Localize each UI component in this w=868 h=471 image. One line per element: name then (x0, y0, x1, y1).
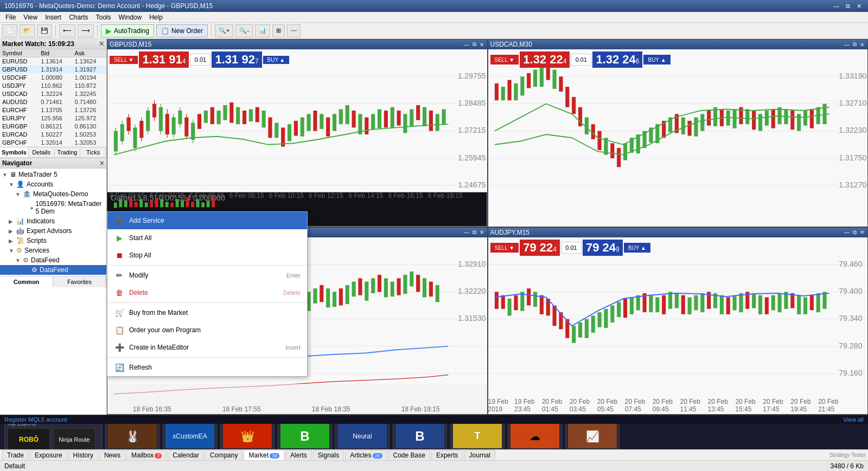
chart3-max[interactable]: ⧉ (471, 229, 477, 236)
tab-symbols[interactable]: Symbols (0, 147, 29, 157)
chart4-close[interactable]: ✕ (859, 229, 865, 236)
open-button[interactable]: 📂 (20, 24, 35, 37)
chart2-max[interactable]: ⧉ (852, 41, 858, 48)
menu-view[interactable]: View (20, 13, 41, 22)
indicator-button[interactable]: 〰 (287, 24, 301, 37)
tab-details[interactable]: Details (29, 147, 55, 157)
market-row[interactable]: USDCHF 1.00080 1.00194 (0, 74, 106, 82)
chart4-controls[interactable]: — ⧉ ✕ (843, 229, 865, 236)
nav-item-account[interactable]: ● 10516976: MetaTrader 5 Dem (0, 199, 106, 216)
nav-item-indicators[interactable]: ▶ 📊 Indicators (0, 216, 106, 226)
chart1-lot-input[interactable] (190, 54, 210, 66)
market-row[interactable]: EURCHF 1.13705 1.13726 (0, 106, 106, 114)
nav-item-datafeed-parent[interactable]: ▼ ⚙ DataFeed (0, 255, 106, 265)
market-row[interactable]: USDJPY 110.862 110.872 (0, 82, 106, 90)
bottom-tab-alerts[interactable]: Alerts (285, 450, 312, 460)
nav-item-datafeed[interactable]: ⚙ DataFeed (0, 265, 106, 275)
chart2-lot-input[interactable] (571, 54, 591, 66)
chart1-buy-btn[interactable]: BUY ▲ (263, 56, 289, 64)
ctx-add-service[interactable]: ➕ Add Service (107, 212, 307, 229)
autotrading-button[interactable]: ▶ AutoTrading (101, 24, 154, 37)
forward-button[interactable]: ⟶ (78, 24, 94, 37)
market-row[interactable]: EURJPY 125.956 125.972 (0, 114, 106, 122)
bottom-tab-journal[interactable]: Journal (464, 450, 495, 460)
new-button[interactable]: 📄 (2, 24, 17, 37)
register-link[interactable]: Register MQL5 account (4, 416, 67, 423)
chart2-buy-btn[interactable]: BUY ▲ (643, 55, 670, 64)
market-row[interactable]: GBPUSD 1.31914 1.31927 (0, 66, 106, 74)
tab-ticks[interactable]: Ticks (80, 147, 106, 157)
menu-insert[interactable]: Insert (42, 13, 65, 22)
nav-item-experts[interactable]: ▶ 🤖 Expert Advisors (0, 226, 106, 236)
chart1-body[interactable]: SELL ▼ 1.31 914 1.31 927 BUY ▲ (107, 49, 487, 227)
chart2-close[interactable]: ✕ (859, 41, 865, 48)
bottom-tab-exposure[interactable]: Exposure (30, 450, 67, 460)
bottom-tab-news[interactable]: News (99, 450, 125, 460)
nav-item-accounts[interactable]: ▼ 👤 Accounts (0, 179, 106, 189)
market-watch-close[interactable]: ✕ (99, 40, 104, 48)
nav-tab-favorites[interactable]: Favorites (53, 276, 106, 287)
chart4-lot-input[interactable] (561, 242, 582, 254)
chart1-close[interactable]: ✕ (478, 41, 485, 48)
chart4-sell-btn[interactable]: SELL ▼ (490, 243, 519, 253)
ctx-start-all[interactable]: ▶ Start All (107, 229, 307, 247)
chart4-buy-btn[interactable]: BUY ▲ (624, 243, 650, 253)
chart4-min[interactable]: — (843, 229, 851, 236)
chart2-sell-btn[interactable]: SELL ▼ (490, 55, 519, 64)
bottom-tab-calendar[interactable]: Calendar (168, 450, 204, 460)
bottom-tab-mailbox[interactable]: Mailbox7 (126, 450, 167, 460)
bottom-tab-market[interactable]: Market39 (244, 450, 284, 460)
ctx-create-editor[interactable]: ➕ Create in MetaEditor Insert (107, 339, 307, 356)
ctx-buy-market[interactable]: 🛒 Buy from the Market (107, 304, 307, 321)
chart-type-button[interactable]: 📊 (255, 24, 270, 37)
ctx-refresh[interactable]: 🔄 Refresh (107, 359, 307, 376)
nav-item-scripts[interactable]: ▶ 📜 Scripts (0, 236, 106, 246)
close-button[interactable]: ✕ (854, 3, 864, 10)
market-row[interactable]: AUDUSD 0.71461 0.71480 (0, 98, 106, 106)
chart2-body[interactable]: SELL ▼ 1.32 224 1.32 246 BUY ▲ (488, 49, 868, 227)
window-controls[interactable]: — ⧉ ✕ (831, 3, 864, 10)
bottom-tab-experts[interactable]: Experts (431, 450, 463, 460)
ctx-stop-all[interactable]: ⏹ Stop All (107, 247, 307, 264)
market-row[interactable]: EURUSD 1.13614 1.13624 (0, 57, 106, 66)
chart3-close[interactable]: ✕ (478, 229, 485, 236)
view-all-link[interactable]: View all (843, 416, 864, 423)
save-button[interactable]: 💾 (37, 24, 52, 37)
bottom-tab-company[interactable]: Company (205, 450, 242, 460)
ctx-modify[interactable]: ✏ Modify Enter (107, 267, 307, 284)
market-row[interactable]: USDCAD 1.32224 1.32245 (0, 90, 106, 98)
grid-button[interactable]: ⊞ (272, 24, 285, 37)
menu-help[interactable]: Help (146, 13, 166, 22)
new-order-button[interactable]: 📋 New Order (156, 24, 208, 37)
nav-item-root[interactable]: ▼ 🖥 MetaTrader 5 (0, 170, 106, 179)
chart3-controls[interactable]: — ⧉ ✕ (463, 229, 485, 236)
navigator-close[interactable]: ✕ (99, 160, 104, 167)
ctx-delete[interactable]: 🗑 Delete Delete (107, 284, 307, 301)
chart2-controls[interactable]: — ⧉ ✕ (843, 41, 865, 48)
tab-trading[interactable]: Trading (55, 147, 81, 157)
maximize-button[interactable]: ⧉ (844, 3, 852, 10)
zoom-out-button[interactable]: 🔍- (235, 24, 253, 37)
chart4-max[interactable]: ⧉ (852, 229, 858, 236)
bottom-tab-trade[interactable]: Trade (2, 450, 29, 460)
bottom-tab-signals[interactable]: Signals (313, 450, 344, 460)
market-row[interactable]: EURCAD 1.50227 1.50253 (0, 131, 106, 139)
chart1-min[interactable]: — (463, 41, 470, 48)
menu-window[interactable]: Window (116, 13, 145, 22)
menu-charts[interactable]: Charts (66, 13, 91, 22)
minimize-button[interactable]: — (831, 3, 841, 10)
menu-tools[interactable]: Tools (93, 13, 114, 22)
market-row[interactable]: EURGBP 0.86121 0.86130 (0, 122, 106, 131)
bottom-tab-history[interactable]: History (68, 450, 98, 460)
bottom-tab-code-base[interactable]: Code Base (388, 450, 430, 460)
chart2-min[interactable]: — (843, 41, 851, 48)
nav-item-broker[interactable]: ▼ 🏦 MetaQuotes-Demo (0, 189, 106, 199)
chart1-controls[interactable]: — ⧉ ✕ (463, 41, 485, 48)
chart3-min[interactable]: — (463, 229, 470, 236)
ctx-order-program[interactable]: 📋 Order your own Program (107, 321, 307, 339)
market-row[interactable]: GBPCHF 1.32014 1.32053 (0, 139, 106, 147)
bottom-tab-articles[interactable]: Articles20 (345, 450, 387, 460)
nav-tab-common[interactable]: Common (0, 276, 53, 287)
menu-file[interactable]: File (2, 13, 19, 22)
nav-item-services[interactable]: ▼ ⚙ Services (0, 246, 106, 255)
